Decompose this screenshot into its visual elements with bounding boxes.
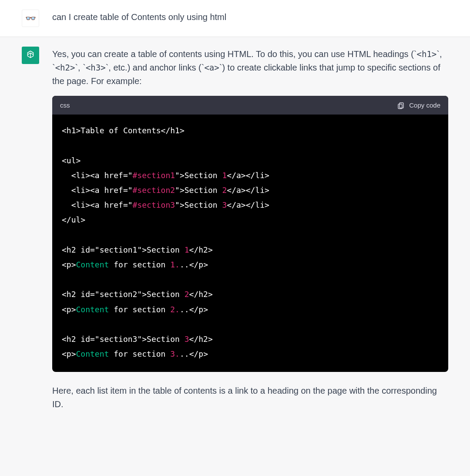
assistant-text: Yes, you can create a table of contents … — [52, 47, 448, 418]
assistant-intro: Yes, you can create a table of contents … — [52, 47, 448, 88]
clipboard-icon — [397, 101, 405, 109]
copy-code-label: Copy code — [409, 100, 440, 110]
copy-code-button[interactable]: Copy code — [397, 100, 440, 110]
inline-code: <h2> — [55, 63, 75, 72]
code-block: css Copy code <h1>Table of Contents</h1>… — [52, 96, 448, 372]
glasses-icon: 👓 — [25, 13, 36, 24]
code-header: css Copy code — [52, 96, 448, 115]
inline-code: <a> — [204, 63, 219, 72]
user-avatar: 👓 — [22, 10, 39, 27]
user-message: 👓 can I create table of Contents only us… — [0, 0, 470, 37]
user-text: can I create table of Contents only usin… — [52, 10, 448, 27]
inline-code: <h1> — [417, 49, 437, 59]
code-language-label: css — [60, 100, 70, 110]
openai-logo-icon — [25, 50, 36, 61]
svg-rect-0 — [400, 103, 403, 108]
assistant-avatar — [22, 47, 39, 64]
assistant-message: Yes, you can create a table of contents … — [0, 37, 470, 428]
code-content[interactable]: <h1>Table of Contents</h1> <ul> <li><a h… — [52, 115, 448, 372]
inline-code: <h3> — [86, 63, 106, 72]
assistant-outro: Here, each list item in the table of con… — [52, 384, 448, 411]
